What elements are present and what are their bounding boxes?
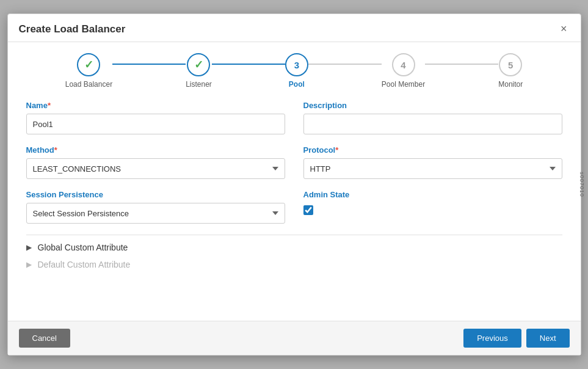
name-required-star: * [48,101,51,110]
global-custom-section: ▶ Global Custom Attribute [26,235,562,260]
modal-dialog: Create Load Balancer × ✓ Load Balancer ✓ [7,13,581,356]
step-2: ✓ Listener [186,53,212,89]
admin-state-label: Admin State [303,190,562,199]
method-required-star: * [54,145,57,155]
method-label: Method* [26,145,285,155]
row-session-admin: Session Persistence Select Session Persi… [26,190,562,224]
step-4-label: Pool Member [382,80,425,89]
step-2-label: Listener [186,80,212,89]
footer-right-buttons: Previous Next [463,329,569,348]
global-custom-header[interactable]: ▶ Global Custom Attribute [26,243,562,252]
step-5: 5 Monitor [498,53,523,89]
step-1-check: ✓ [84,58,93,71]
modal-wrapper: Create Load Balancer × ✓ Load Balancer ✓ [7,13,581,356]
protocol-required-star: * [335,145,338,155]
default-custom-label: Default Custom Attribute [38,260,131,269]
global-custom-arrow: ▶ [26,243,32,252]
step-1-circle: ✓ [77,53,100,76]
session-persistence-group: Session Persistence Select Session Persi… [26,190,285,224]
step-3: 3 Pool [285,53,308,89]
session-persistence-select[interactable]: Select Session Persistence APP_COOKIE HT… [26,203,285,224]
step-5-label: Monitor [498,80,523,89]
admin-state-group: Admin State [303,190,562,224]
step-2-circle: ✓ [187,53,210,76]
method-group: Method* LEAST_CONNECTIONS ROUND_ROBIN SO… [26,145,285,179]
default-custom-header: ▶ Default Custom Attribute [26,260,562,269]
name-group: Name* [26,101,285,134]
connector-4-5 [425,64,498,65]
global-custom-label: Global Custom Attribute [38,243,128,252]
connector-1-2 [112,64,186,65]
modal-footer: Cancel Previous Next [8,321,581,355]
session-persistence-label: Session Persistence [26,190,285,199]
step-3-label: Pool [289,80,305,89]
protocol-select[interactable]: HTTP HTTPS TCP [303,158,562,179]
row-method-protocol: Method* LEAST_CONNECTIONS ROUND_ROBIN SO… [26,145,562,179]
close-button[interactable]: × [558,23,570,35]
description-group: Description [303,101,562,134]
step-4: 4 Pool Member [382,53,425,89]
description-label: Description [303,101,562,110]
modal-body: Name* Description Method* [8,95,581,321]
next-button[interactable]: Next [526,329,570,348]
method-select-wrapper: LEAST_CONNECTIONS ROUND_ROBIN SOURCE_IP [26,158,285,179]
name-input[interactable] [26,114,285,134]
modal-title: Create Load Balancer [19,23,126,35]
modal-overlay: Create Load Balancer × ✓ Load Balancer ✓ [0,0,588,369]
modal-header: Create Load Balancer × [8,14,581,42]
step-4-number: 4 [401,60,405,70]
default-custom-section-blurred: ▶ Default Custom Attribute [26,260,562,277]
protocol-select-wrapper: HTTP HTTPS TCP [303,158,562,179]
watermark-text: s007010 [579,172,585,197]
previous-button[interactable]: Previous [463,329,521,348]
protocol-group: Protocol* HTTP HTTPS TCP [303,145,562,179]
row-name-description: Name* Description [26,101,562,134]
step-4-circle: 4 [392,53,415,76]
name-label: Name* [26,101,285,110]
method-select[interactable]: LEAST_CONNECTIONS ROUND_ROBIN SOURCE_IP [26,158,285,179]
default-custom-arrow: ▶ [26,260,32,269]
step-3-circle: 3 [285,53,308,76]
session-persistence-select-wrapper: Select Session Persistence APP_COOKIE HT… [26,203,285,224]
step-1-label: Load Balancer [65,80,112,89]
cancel-button[interactable]: Cancel [19,329,70,348]
admin-state-checkbox[interactable] [303,205,313,215]
step-5-number: 5 [508,60,513,70]
step-5-circle: 5 [499,53,522,76]
step-1: ✓ Load Balancer [65,53,112,89]
stepper: ✓ Load Balancer ✓ Listener 3 [8,42,581,95]
description-input[interactable] [303,114,562,134]
protocol-label: Protocol* [303,145,562,155]
step-3-number: 3 [294,60,299,70]
connector-2-3 [212,64,285,65]
connector-3-4 [308,64,382,65]
step-2-check: ✓ [194,58,203,71]
